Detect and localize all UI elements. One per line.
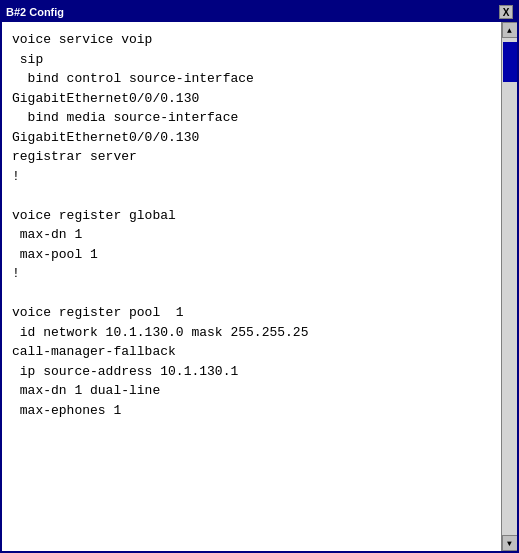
scrollbar-track[interactable] [502,38,517,535]
title-bar: B#2 Config X [2,2,517,22]
scrollbar-thumb[interactable] [503,42,517,82]
window: B#2 Config X voice service voip sip bind… [0,0,519,553]
content-area: voice service voip sip bind control sour… [2,22,517,551]
scroll-down-button[interactable]: ▼ [502,535,518,551]
window-title: B#2 Config [6,6,64,18]
scrollbar[interactable]: ▲ ▼ [501,22,517,551]
scroll-up-button[interactable]: ▲ [502,22,518,38]
config-text: voice service voip sip bind control sour… [2,22,501,551]
close-button[interactable]: X [499,5,513,19]
